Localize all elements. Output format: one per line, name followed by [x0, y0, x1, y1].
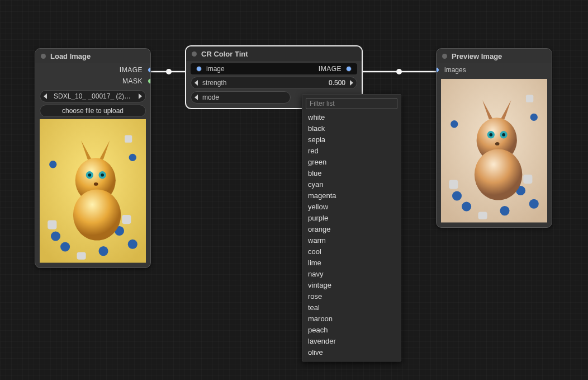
- chevron-left-icon: [195, 95, 198, 100]
- svg-point-25: [529, 199, 539, 209]
- mode-option[interactable]: cyan: [302, 179, 401, 190]
- svg-rect-11: [122, 215, 131, 224]
- mode-option[interactable]: navy: [302, 268, 401, 279]
- output-image-label: IMAGE: [120, 66, 143, 74]
- svg-rect-12: [77, 252, 86, 260]
- preview-image-output: [441, 79, 547, 223]
- mode-label: mode: [202, 93, 219, 101]
- filter-input[interactable]: Filter list: [306, 98, 397, 109]
- file-name: SDXL_10_ _00017_ (2).png: [54, 92, 132, 100]
- mode-option[interactable]: yellow: [302, 201, 401, 212]
- svg-point-27: [451, 120, 458, 128]
- node-preview-image[interactable]: Preview Image images: [436, 48, 552, 228]
- svg-point-18: [88, 173, 91, 177]
- mode-option[interactable]: cool: [302, 246, 401, 257]
- svg-point-15: [73, 189, 121, 240]
- mode-option[interactable]: lavender: [302, 335, 401, 346]
- mode-option[interactable]: olive: [302, 346, 401, 358]
- mode-option[interactable]: purple: [302, 212, 401, 223]
- svg-point-4: [60, 242, 70, 251]
- input-images-label: images: [444, 66, 466, 74]
- mode-option[interactable]: black: [302, 123, 401, 134]
- mode-option[interactable]: rose: [302, 290, 401, 302]
- filter-placeholder: Filter list: [310, 100, 335, 107]
- svg-rect-13: [125, 135, 132, 143]
- svg-point-26: [500, 206, 509, 215]
- collapse-dot-icon[interactable]: [442, 54, 447, 59]
- mode-option[interactable]: blue: [302, 167, 401, 179]
- upload-button-label: choose file to upload: [62, 107, 124, 115]
- svg-point-3: [51, 231, 60, 241]
- upload-button[interactable]: choose file to upload: [40, 105, 146, 117]
- mode-option[interactable]: lime: [302, 257, 401, 268]
- node-title-text: Load Image: [50, 52, 91, 60]
- output-image-label: IMAGE: [319, 65, 342, 73]
- output-image-port[interactable]: [148, 67, 151, 73]
- mode-option[interactable]: warm: [302, 234, 401, 246]
- mode-dropdown-popup[interactable]: Filter list whiteblacksepiaredgreenbluec…: [302, 94, 401, 362]
- input-images-port[interactable]: [436, 67, 439, 73]
- mode-option[interactable]: maroon: [302, 313, 401, 324]
- node-title[interactable]: Preview Image: [437, 49, 552, 63]
- chevron-left-icon: [44, 93, 47, 99]
- svg-point-28: [530, 114, 538, 121]
- strength-label: strength: [202, 79, 226, 87]
- svg-point-38: [502, 133, 505, 137]
- svg-rect-29: [449, 180, 458, 189]
- chevron-right-icon: [139, 93, 142, 99]
- svg-point-23: [462, 201, 471, 211]
- mode-option[interactable]: peach: [302, 324, 401, 335]
- output-image-port[interactable]: [346, 66, 352, 72]
- chevron-left-icon: [195, 80, 198, 86]
- svg-rect-10: [48, 221, 56, 229]
- mode-widget[interactable]: mode: [191, 91, 291, 104]
- node-title-text: Preview Image: [452, 52, 502, 60]
- svg-rect-31: [478, 212, 487, 219]
- mode-option[interactable]: red: [302, 145, 401, 156]
- node-title-text: CR Color Tint: [201, 50, 248, 58]
- svg-point-8: [49, 161, 56, 168]
- svg-point-7: [98, 246, 108, 256]
- node-title[interactable]: CR Color Tint: [186, 46, 362, 61]
- collapse-dot-icon[interactable]: [41, 54, 46, 59]
- svg-point-39: [495, 142, 500, 146]
- mode-option[interactable]: green: [302, 156, 401, 167]
- mode-option[interactable]: vintage: [302, 279, 401, 290]
- output-mask-label: MASK: [122, 77, 143, 85]
- input-image-port[interactable]: [196, 66, 202, 72]
- svg-point-37: [489, 133, 492, 137]
- svg-point-19: [101, 173, 104, 177]
- svg-point-9: [129, 154, 136, 161]
- svg-point-22: [452, 191, 462, 200]
- svg-rect-30: [523, 175, 532, 184]
- mode-option[interactable]: sepia: [302, 134, 401, 145]
- strength-value: 0.500: [329, 79, 345, 87]
- mode-option[interactable]: teal: [302, 302, 401, 313]
- mode-option[interactable]: orange: [302, 223, 401, 234]
- file-selector[interactable]: SDXL_10_ _00017_ (2).png: [40, 90, 146, 102]
- svg-point-34: [475, 149, 523, 200]
- svg-point-20: [94, 182, 98, 186]
- svg-rect-32: [526, 95, 533, 102]
- loaded-image-preview: [40, 119, 146, 263]
- output-mask-port[interactable]: [148, 78, 151, 84]
- mode-option[interactable]: magenta: [302, 190, 401, 201]
- svg-point-6: [128, 240, 137, 249]
- mode-option[interactable]: white: [302, 111, 401, 123]
- strength-widget[interactable]: strength 0.500: [191, 77, 357, 89]
- node-load-image[interactable]: Load Image IMAGE MASK SDXL_10_ _00017_ (…: [35, 48, 151, 268]
- chevron-right-icon: [350, 80, 353, 86]
- collapse-dot-icon[interactable]: [192, 51, 197, 57]
- input-image-label: image: [206, 65, 225, 73]
- node-title[interactable]: Load Image: [35, 49, 150, 63]
